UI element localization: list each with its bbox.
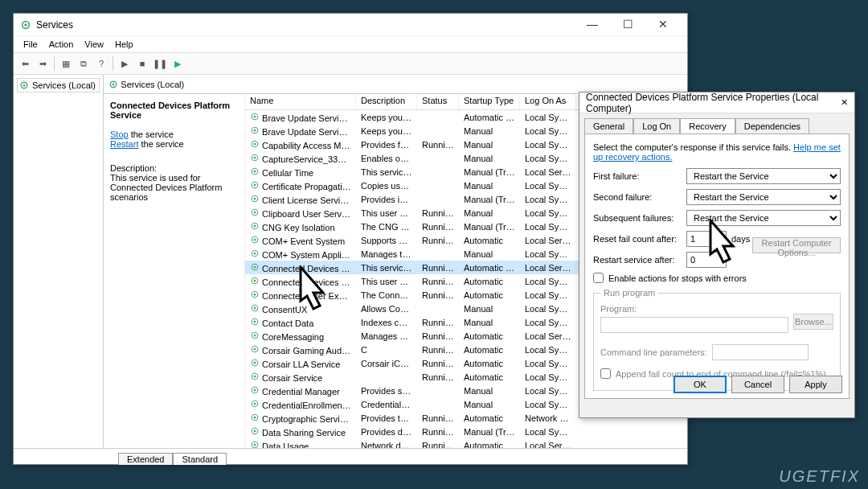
svg-point-13 — [254, 156, 256, 158]
svg-point-33 — [254, 293, 256, 295]
ok-button[interactable]: OK — [674, 376, 727, 393]
svg-point-9 — [254, 129, 256, 131]
first-failure-select[interactable]: Restart the Service — [686, 168, 841, 184]
titlebar[interactable]: Services — ☐ ✕ — [14, 14, 687, 36]
tree-pane: Services (Local) — [14, 75, 104, 448]
table-row[interactable]: Data UsageNetwork da...RunningAutomaticL… — [245, 438, 687, 448]
col-description[interactable]: Description — [356, 94, 417, 109]
window-title: Services — [36, 19, 575, 31]
svg-point-35 — [254, 306, 256, 309]
col-startup[interactable]: Startup Type — [459, 94, 520, 109]
play-icon[interactable]: ▶ — [117, 55, 133, 72]
back-button[interactable]: ⬅ — [17, 55, 33, 72]
watermark: UGETFIX — [779, 467, 860, 486]
tab-strip: General Log On Recovery Dependencies — [579, 113, 854, 134]
menu-file[interactable]: File — [18, 38, 43, 51]
service-properties-dialog: Connected Devices Platform Service Prope… — [579, 92, 855, 418]
close-icon[interactable]: ✕ — [841, 97, 848, 108]
toolbar: ⬅ ➡ ▦ ⧉ ? ▶ ■ ❚❚ ▶ — [14, 52, 687, 75]
svg-point-43 — [254, 361, 256, 364]
maximize-button[interactable]: ☐ — [610, 14, 645, 36]
svg-point-53 — [254, 429, 256, 432]
program-path-input — [600, 317, 788, 333]
svg-point-55 — [254, 443, 256, 446]
forward-button[interactable]: ➡ — [35, 55, 51, 72]
help-icon[interactable]: ? — [93, 55, 109, 72]
svg-point-23 — [254, 224, 256, 227]
app-icon — [20, 19, 31, 31]
first-failure-label: First failure: — [593, 171, 686, 181]
detail-panel: Connected Devices Platform Service Stop … — [104, 94, 245, 448]
col-name[interactable]: Name — [245, 94, 356, 109]
close-button[interactable]: ✕ — [645, 14, 681, 36]
pause-icon[interactable]: ❚❚ — [152, 55, 168, 72]
append-fail-checkbox — [600, 368, 611, 379]
restart-icon[interactable]: ▶ — [170, 55, 186, 72]
svg-point-11 — [254, 142, 256, 145]
recovery-panel: Select the computer's response if this s… — [584, 134, 850, 399]
col-status[interactable]: Status — [417, 94, 459, 109]
svg-point-3 — [23, 84, 26, 87]
svg-point-45 — [254, 375, 256, 377]
svg-point-29 — [254, 265, 256, 268]
export-button[interactable]: ⧉ — [76, 55, 92, 72]
gear-icon — [108, 80, 118, 89]
svg-point-21 — [254, 211, 256, 213]
svg-point-19 — [254, 197, 256, 199]
reset-days-input[interactable] — [686, 231, 727, 247]
enable-actions-checkbox[interactable] — [593, 273, 604, 283]
dialog-title: Connected Devices Platform Service Prope… — [586, 92, 841, 114]
subsequent-label: Subsequent failures: — [593, 213, 686, 223]
action-button[interactable]: ▦ — [58, 55, 74, 72]
selected-service-title: Connected Devices Platform Service — [110, 101, 238, 120]
svg-point-1 — [24, 23, 27, 27]
svg-point-41 — [254, 347, 256, 350]
menubar: File Action View Help — [14, 36, 687, 52]
svg-point-49 — [254, 402, 256, 405]
second-failure-select[interactable]: Restart the Service — [686, 189, 841, 205]
reset-after-label: Reset fail count after: — [593, 234, 686, 244]
tree-label: Services (Local) — [32, 80, 96, 90]
menu-help[interactable]: Help — [110, 38, 138, 51]
svg-point-15 — [254, 170, 256, 172]
svg-point-39 — [254, 334, 256, 336]
col-logon[interactable]: Log On As — [520, 94, 576, 109]
subsequent-select[interactable]: Restart the Service — [686, 210, 841, 226]
svg-point-31 — [254, 279, 256, 281]
cancel-button[interactable]: Cancel — [731, 376, 784, 393]
stop-icon[interactable]: ■ — [134, 55, 150, 72]
tab-general[interactable]: General — [584, 118, 633, 134]
table-row[interactable]: Data Sharing ServiceProvides da...Runnin… — [245, 425, 687, 438]
tab-extended[interactable]: Extended — [118, 453, 173, 465]
menu-action[interactable]: Action — [44, 38, 79, 51]
tab-recovery[interactable]: Recovery — [680, 118, 735, 134]
svg-point-37 — [254, 320, 256, 323]
svg-point-5 — [113, 83, 115, 85]
dialog-titlebar[interactable]: Connected Devices Platform Service Prope… — [579, 92, 854, 113]
tab-logon[interactable]: Log On — [633, 118, 680, 134]
minimize-button[interactable]: — — [575, 14, 610, 36]
svg-point-27 — [254, 252, 256, 254]
tree-services-local[interactable]: Services (Local) — [17, 78, 100, 92]
description-label: Description: — [110, 163, 238, 173]
cmdline-input — [712, 344, 809, 360]
description-text: This service is used for Connected Devic… — [110, 173, 238, 202]
restart-min-input[interactable] — [686, 252, 727, 268]
gear-icon — [19, 80, 29, 90]
second-failure-label: Second failure: — [593, 192, 686, 202]
tab-dependencies[interactable]: Dependencies — [735, 118, 809, 134]
stop-link[interactable]: Stop — [110, 129, 129, 139]
restart-computer-options-button: Restart Computer Options... — [752, 237, 841, 253]
svg-point-17 — [254, 183, 256, 186]
restart-link[interactable]: Restart — [110, 139, 138, 149]
apply-button[interactable]: Apply — [789, 376, 842, 393]
svg-point-51 — [254, 416, 256, 418]
tab-standard[interactable]: Standard — [173, 453, 227, 465]
svg-point-47 — [254, 388, 256, 391]
enable-actions-label: Enable actions for stops with errors — [608, 273, 747, 283]
menu-view[interactable]: View — [80, 38, 108, 51]
footer-tabs: Extended Standard — [14, 448, 687, 464]
browse-button: Browse... — [793, 314, 833, 330]
restart-after-label: Restart service after: — [593, 255, 686, 265]
svg-point-7 — [254, 115, 256, 117]
